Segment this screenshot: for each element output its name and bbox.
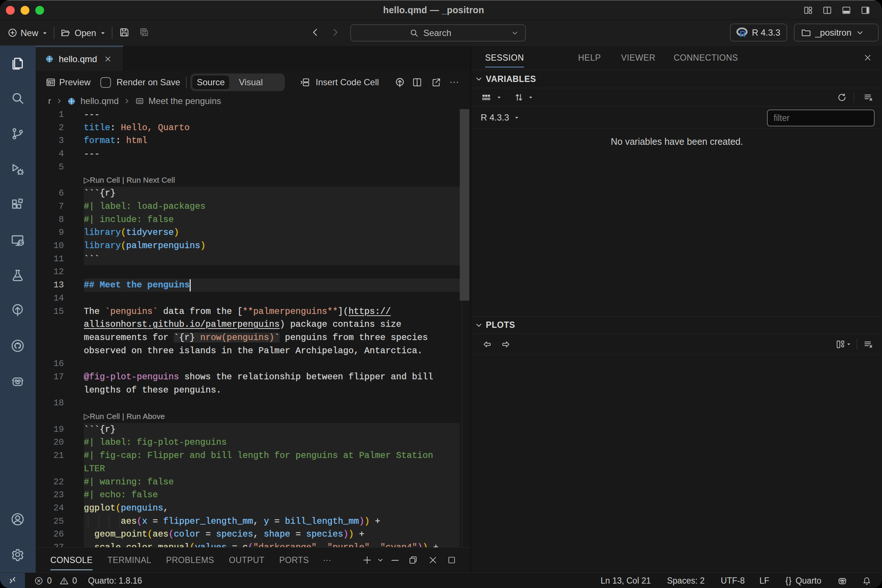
svg-text:R: R (740, 29, 746, 38)
